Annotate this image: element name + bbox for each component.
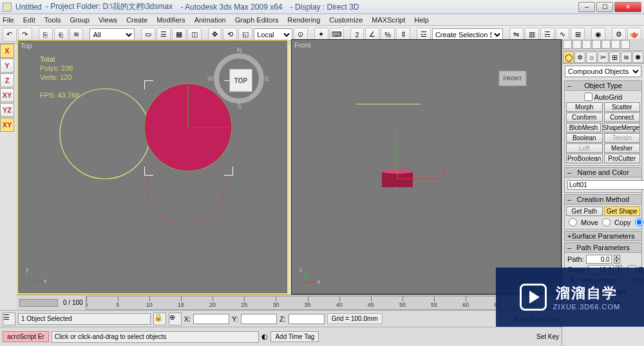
viewcube-w: W: [207, 75, 213, 82]
viewport-area: Top Total Polys: 236 Verts: 120 FPS: 43.…: [17, 39, 562, 295]
axis-constraints-bar: X Y Z XY YZ XY: [0, 44, 15, 132]
menu-modifiers[interactable]: Modifiers: [156, 16, 185, 24]
title-folder: - Project Folder: D:\我的文档\3dsmax: [46, 1, 173, 12]
radio-move[interactable]: [569, 218, 577, 226]
radio-instance[interactable]: [635, 218, 643, 226]
menu-help[interactable]: Help: [414, 16, 429, 24]
menu-file[interactable]: File: [3, 16, 14, 24]
constraint-z[interactable]: Z: [0, 73, 14, 87]
constraint-x[interactable]: X: [0, 44, 14, 58]
viewcube-front-face[interactable]: FRONT: [499, 71, 527, 86]
menu-bar: File Edit Tools Group Views Create Modif…: [0, 14, 644, 26]
rollout-creation-method[interactable]: –Creation Method: [564, 194, 642, 205]
coord-z-label: Z:: [279, 315, 286, 323]
setkey-button[interactable]: Set Key: [526, 333, 559, 340]
btn-loft[interactable]: Loft: [566, 143, 603, 153]
btn-shapemerge[interactable]: ShapeMerge: [602, 123, 640, 132]
panel-icon[interactable]: [611, 40, 620, 49]
coord-y-input[interactable]: [241, 314, 277, 324]
viewcube-top[interactable]: TOP N E S W: [210, 50, 268, 107]
svg-point-0: [60, 89, 150, 179]
btn-mesher[interactable]: Mesher: [604, 143, 641, 153]
rollout-path-params[interactable]: –Path Parameters: [564, 242, 642, 253]
tab-systems[interactable]: ✱: [632, 51, 643, 63]
radio-copy[interactable]: [602, 218, 611, 226]
menu-animation[interactable]: Animation: [194, 16, 226, 24]
title-display: - Display : Direct 3D: [290, 3, 359, 12]
menu-rendering[interactable]: Rendering: [288, 16, 321, 24]
tab-lights[interactable]: ☼: [586, 51, 597, 63]
btn-terrain[interactable]: Terrain: [604, 133, 641, 143]
window-close[interactable]: ✕: [614, 2, 641, 12]
viewport-front[interactable]: Front x FRONT x z: [291, 39, 562, 295]
btn-procutter[interactable]: ProCutter: [604, 154, 641, 163]
menu-views[interactable]: Views: [99, 16, 117, 24]
object-name-input[interactable]: [567, 180, 644, 190]
geometry-category-drop[interactable]: Compound Objects: [565, 66, 641, 77]
prompt-line: Click or click-and-drag to select object…: [52, 331, 260, 343]
btn-connect[interactable]: Connect: [604, 113, 641, 122]
minilistener-icon[interactable]: ☰: [3, 313, 15, 325]
constraint-yz[interactable]: YZ: [0, 103, 14, 117]
panel-icon[interactable]: [601, 40, 611, 49]
btn-get-path[interactable]: Get Path: [566, 206, 603, 216]
tab-geometry[interactable]: ◯: [563, 51, 574, 63]
btn-morph[interactable]: Morph: [566, 102, 603, 112]
add-time-tag[interactable]: Add Time Tag: [270, 331, 319, 342]
tab-helpers[interactable]: ⊞: [609, 51, 620, 63]
menu-maxscript[interactable]: MAXScript: [372, 16, 405, 24]
btn-scatter[interactable]: Scatter: [604, 102, 641, 112]
window-minimize[interactable]: –: [578, 2, 595, 12]
path-spinner[interactable]: [586, 255, 612, 264]
tab-shapes[interactable]: ✲: [574, 51, 585, 63]
panel-icon[interactable]: [563, 40, 572, 49]
constraint-y[interactable]: Y: [0, 59, 14, 73]
lock-selection-icon[interactable]: 🔒: [153, 313, 166, 325]
tab-cameras[interactable]: ✂: [598, 51, 609, 63]
create-category-tabs: ◯ ✲ ☼ ✂ ⊞ ≋ ✱: [562, 51, 644, 64]
panel-icon[interactable]: [621, 40, 630, 49]
constraint-xy[interactable]: XY: [0, 88, 14, 102]
tab-spacewarps[interactable]: ≋: [621, 51, 632, 63]
rollout-object-type[interactable]: –Object Type: [564, 80, 642, 91]
menu-edit[interactable]: Edit: [23, 16, 35, 24]
spin-up[interactable]: ▴: [614, 255, 620, 259]
title-doc: Untitled: [15, 3, 42, 12]
coord-x-label: X:: [184, 315, 191, 323]
btn-conform[interactable]: Conform: [566, 113, 603, 122]
btn-boolean[interactable]: Boolean: [566, 133, 603, 143]
btn-get-shape[interactable]: Get Shape: [604, 206, 641, 216]
svg-text:x: x: [441, 168, 445, 176]
menu-create[interactable]: Create: [126, 16, 147, 24]
autogrid-label: AutoGrid: [594, 93, 622, 101]
time-ruler[interactable]: 051015202530354045505560657075: [86, 296, 562, 310]
comm-center-icon[interactable]: ◐: [261, 332, 268, 341]
viewport-top[interactable]: Top Total Polys: 236 Verts: 120 FPS: 43.…: [17, 39, 289, 295]
spin-down[interactable]: ▾: [614, 259, 620, 264]
autogrid-checkbox[interactable]: [584, 93, 592, 101]
viewcube-face[interactable]: TOP: [229, 69, 252, 92]
rollout-name-color[interactable]: –Name and Color: [564, 167, 642, 178]
rollout-surface-params[interactable]: +Surface Parameters: [564, 231, 642, 241]
transform-typein-icon[interactable]: ⊕: [169, 313, 182, 325]
menu-group[interactable]: Group: [70, 16, 90, 24]
menu-customize[interactable]: Customize: [329, 16, 363, 24]
panel-icon[interactable]: [592, 40, 601, 49]
selection-info: 1 Object Selected: [18, 313, 151, 325]
panel-top-icons: [562, 39, 644, 51]
viewcube-e: E: [265, 75, 269, 82]
viewcube-front[interactable]: FRONT: [488, 53, 538, 103]
menu-tools[interactable]: Tools: [44, 16, 61, 24]
panel-icon[interactable]: [582, 40, 591, 49]
macroscript-error: acroScript Er: [3, 331, 49, 342]
coord-z-input[interactable]: [289, 314, 325, 324]
panel-icon[interactable]: [573, 40, 582, 49]
undo-button[interactable]: ↶: [3, 28, 17, 42]
btn-blobmesh[interactable]: BlobMesh: [566, 123, 601, 132]
constraint-xy2[interactable]: XY: [0, 118, 14, 132]
time-slider[interactable]: [19, 299, 58, 307]
coord-x-input[interactable]: [193, 314, 229, 324]
menu-grapheditors[interactable]: Graph Editors: [235, 16, 279, 24]
btn-proboolean[interactable]: ProBoolean: [566, 154, 603, 163]
window-maximize[interactable]: ☐: [596, 2, 613, 12]
